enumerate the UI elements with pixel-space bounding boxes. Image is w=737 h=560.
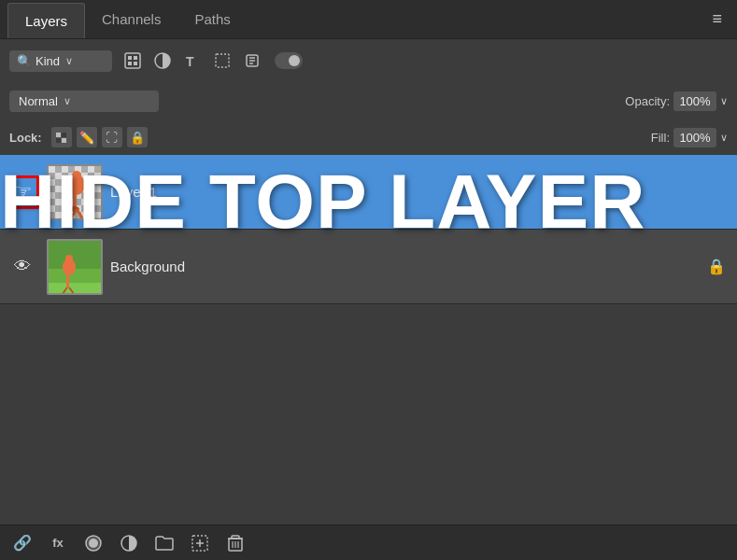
opacity-value[interactable]: 100%	[673, 91, 716, 111]
svg-rect-12	[62, 138, 66, 143]
filter-smart-icon[interactable]	[241, 49, 263, 72]
lock-bar: Lock: ✏️ ⛶ 🔒 Fill: 100% ∨	[0, 119, 737, 155]
kind-chevron: ∨	[65, 55, 73, 67]
fx-button[interactable]: fx	[45, 530, 71, 556]
filter-shape-icon[interactable]	[211, 49, 234, 72]
lock-icons: ✏️ ⛶ 🔒	[51, 127, 148, 147]
tab-bar: Layers Channels Paths ≡	[0, 0, 737, 39]
opacity-label: Opacity:	[625, 94, 670, 108]
new-layer-button[interactable]	[187, 530, 213, 556]
lock-image-btn[interactable]: ✏️	[77, 127, 97, 147]
svg-rect-0	[125, 53, 140, 68]
layers-list: ☞ Layer 1 👁	[0, 155, 737, 525]
fill-group: Fill: 100% ∨	[651, 128, 728, 147]
cursor-hand-icon: ☞	[12, 181, 33, 203]
mask-button[interactable]	[80, 530, 106, 556]
svg-rect-7	[216, 54, 229, 67]
eye-icon-background: 👁	[14, 257, 31, 276]
blend-mode-chevron: ∨	[64, 95, 71, 107]
svg-rect-2	[134, 56, 137, 60]
opacity-group: Opacity: 100% ∨	[625, 91, 728, 111]
svg-rect-11	[56, 138, 61, 143]
kind-label: Kind	[35, 54, 60, 68]
filter-bar: 🔍 Kind ∨ T	[0, 39, 737, 82]
adjustment-button[interactable]	[116, 530, 142, 556]
filter-pixel-icon[interactable]	[121, 49, 144, 72]
folder-button[interactable]	[151, 530, 177, 556]
layer-name-background: Background	[110, 259, 700, 274]
opacity-chevron[interactable]: ∨	[720, 95, 728, 107]
blend-mode-dropdown[interactable]: Normal ∨	[9, 91, 159, 112]
filter-toggle[interactable]	[275, 52, 303, 69]
bg-thumb-image	[49, 241, 101, 293]
layer-name-layer1: Layer 1	[110, 184, 731, 200]
blend-mode-label: Normal	[19, 94, 58, 108]
lock-transparent-btn[interactable]	[51, 127, 72, 147]
link-button[interactable]: 🔗	[9, 530, 35, 556]
svg-rect-22	[66, 274, 69, 287]
svg-rect-10	[62, 133, 66, 137]
filter-adjustment-icon[interactable]	[151, 49, 174, 72]
search-icon: 🔍	[17, 54, 32, 68]
svg-rect-1	[128, 56, 132, 60]
flamingo-icon-layer1	[54, 168, 99, 220]
lock-icon-background: 🔒	[707, 258, 726, 275]
layer-thumb-background	[47, 239, 103, 295]
layers-panel: Layers Channels Paths ≡ 🔍 Kind ∨	[0, 0, 737, 560]
layer-row-background[interactable]: 👁	[0, 230, 737, 304]
visibility-toggle-background[interactable]: 👁	[6, 250, 39, 284]
fill-label: Fill:	[651, 131, 670, 145]
filter-type-icon[interactable]: T	[181, 49, 204, 72]
svg-point-24	[89, 539, 98, 548]
fill-chevron[interactable]: ∨	[720, 132, 728, 144]
tab-paths[interactable]: Paths	[177, 2, 247, 36]
svg-text:T: T	[186, 54, 194, 69]
panel-menu-icon[interactable]: ≡	[704, 6, 730, 33]
lock-position-btn[interactable]: 🔒	[127, 127, 148, 147]
svg-rect-4	[134, 62, 137, 65]
kind-dropdown[interactable]: 🔍 Kind ∨	[9, 50, 112, 72]
svg-rect-3	[128, 62, 132, 65]
blend-bar: Normal ∨ Opacity: 100% ∨	[0, 82, 737, 119]
visibility-toggle-layer1[interactable]: ☞	[6, 175, 39, 209]
lock-label: Lock:	[9, 131, 42, 145]
layer-row-layer1[interactable]: ☞ Layer 1	[0, 155, 737, 230]
tab-layers[interactable]: Layers	[7, 3, 85, 38]
filter-icons: T	[121, 49, 303, 72]
svg-point-21	[65, 255, 73, 262]
svg-point-16	[72, 171, 81, 180]
layer-thumb-layer1	[47, 164, 103, 220]
svg-rect-9	[56, 133, 61, 137]
fill-value[interactable]: 100%	[673, 128, 716, 147]
delete-button[interactable]	[222, 530, 248, 556]
lock-artboard-btn[interactable]: ⛶	[102, 127, 122, 147]
bottom-toolbar: 🔗 fx	[0, 525, 737, 560]
tab-channels[interactable]: Channels	[85, 2, 177, 36]
